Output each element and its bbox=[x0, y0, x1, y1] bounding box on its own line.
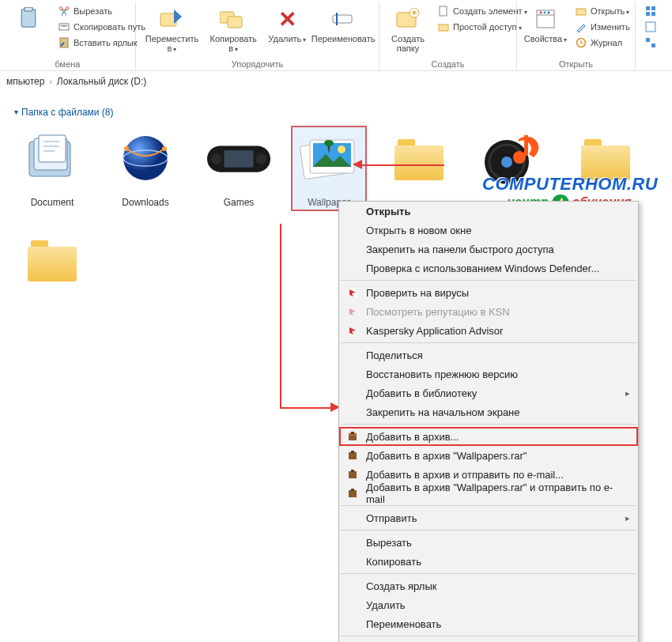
ctx-open[interactable]: Открыть bbox=[339, 202, 638, 221]
edit-button[interactable]: Изменить bbox=[572, 20, 632, 34]
new-item-label: Создать элемент bbox=[453, 6, 527, 16]
folder-icon bbox=[572, 129, 639, 191]
svg-rect-47 bbox=[524, 135, 528, 156]
ctx-open-new-window[interactable]: Открыть в новом окне bbox=[339, 221, 638, 240]
new-item-button[interactable]: Создать элемент bbox=[435, 4, 530, 18]
svg-rect-1 bbox=[25, 7, 32, 11]
svg-point-37 bbox=[255, 153, 266, 164]
globe-icon bbox=[112, 129, 179, 191]
file-item-document[interactable]: Document bbox=[14, 129, 90, 208]
ribbon-group-organize: Переместить в Копировать в ✕ Удалить Пер… bbox=[136, 2, 379, 70]
svg-rect-25 bbox=[646, 38, 650, 42]
svg-rect-35 bbox=[224, 150, 253, 167]
svg-rect-50 bbox=[351, 432, 354, 434]
ctx-kaspersky-advisor[interactable]: Kaspersky Application Advisor bbox=[339, 321, 638, 340]
ribbon: ✂️ Вырезать Скопировать путь Вставить яр… bbox=[0, 0, 672, 71]
ctx-rar-named-email[interactable]: Добавить в архив "Wallpapers.rar" и отпр… bbox=[339, 484, 638, 503]
svg-rect-24 bbox=[646, 22, 655, 32]
open-icon bbox=[575, 5, 587, 17]
ctx-send-to[interactable]: Отправить▸ bbox=[339, 508, 638, 527]
pin-button[interactable] bbox=[6, 4, 51, 36]
music-disc-icon bbox=[479, 129, 546, 191]
group-title: Папка с файлами (8) bbox=[21, 107, 114, 118]
ctx-restore-version[interactable]: Восстановить прежнюю версию bbox=[339, 364, 638, 383]
file-item-folder[interactable] bbox=[14, 230, 90, 298]
ctx-kaspersky-scan[interactable]: Проверить на вирусы bbox=[339, 283, 638, 302]
copy-path-button[interactable]: Скопировать путь bbox=[55, 20, 148, 34]
file-label: Games bbox=[224, 197, 255, 208]
breadcrumb-segment[interactable]: мпьютер bbox=[6, 76, 44, 87]
breadcrumb[interactable]: мпьютер › Локальный диск (D:) bbox=[0, 71, 672, 92]
file-item-downloads[interactable]: Downloads bbox=[108, 129, 183, 208]
open-label: Открыть bbox=[591, 6, 629, 16]
svg-rect-54 bbox=[351, 470, 354, 472]
scissors-icon: ✂️ bbox=[58, 5, 70, 17]
select-all-icon bbox=[644, 5, 657, 17]
rename-label: Переименовать bbox=[311, 34, 376, 43]
move-to-button[interactable]: Переместить в bbox=[142, 4, 202, 56]
edit-icon bbox=[575, 21, 587, 33]
select-all-button[interactable] bbox=[642, 4, 659, 18]
open-button[interactable]: Открыть bbox=[572, 4, 632, 18]
annotation-arrow bbox=[280, 224, 281, 407]
annotation-arrow bbox=[280, 407, 332, 409]
rename-button[interactable]: Переименовать bbox=[314, 4, 372, 45]
move-to-label: Переместить в bbox=[145, 34, 198, 55]
ctx-rename[interactable]: Переименовать bbox=[339, 614, 638, 633]
svg-rect-26 bbox=[651, 43, 655, 47]
pin-icon bbox=[15, 6, 42, 32]
svg-rect-55 bbox=[349, 490, 357, 497]
ctx-pin-quick-access[interactable]: Закрепить на панели быстрого доступа bbox=[339, 240, 638, 259]
ctx-add-library[interactable]: Добавить в библиотеку▸ bbox=[339, 383, 638, 402]
svg-point-33 bbox=[162, 146, 167, 151]
new-folder-label: Создать папку bbox=[389, 34, 427, 53]
svg-point-16 bbox=[544, 12, 546, 14]
easy-access-button[interactable]: Простой доступ bbox=[435, 20, 530, 34]
file-item-music[interactable] bbox=[474, 129, 550, 208]
svg-rect-18 bbox=[576, 9, 586, 15]
svg-rect-20 bbox=[646, 6, 650, 10]
delete-label: Удалить bbox=[268, 34, 306, 45]
svg-point-30 bbox=[123, 136, 168, 180]
annotation-arrow bbox=[362, 164, 444, 166]
history-label: Журнал bbox=[591, 38, 622, 47]
paste-shortcut-button[interactable]: Вставить ярлык bbox=[55, 36, 148, 50]
svg-point-15 bbox=[540, 12, 542, 14]
ctx-delete[interactable]: Удалить bbox=[339, 595, 638, 614]
ctx-copy[interactable]: Копировать bbox=[339, 552, 638, 571]
file-item-games[interactable]: Games bbox=[201, 129, 277, 208]
ctx-kaspersky-ksn[interactable]: Посмотреть репутацию в KSN bbox=[339, 302, 638, 321]
copy-to-label: Копировать в bbox=[210, 34, 257, 55]
ctx-rar-add-archive[interactable]: Добавить в архив... bbox=[339, 427, 638, 446]
edit-label: Изменить bbox=[591, 22, 630, 32]
file-item-folder[interactable] bbox=[381, 129, 457, 208]
ctx-rar-add-named[interactable]: Добавить в архив "Wallpapers.rar" bbox=[339, 446, 638, 465]
group-header[interactable]: ▾ Папка с файлами (8) bbox=[14, 107, 114, 118]
rename-icon bbox=[330, 6, 357, 32]
ctx-properties[interactable]: Свойства bbox=[339, 639, 638, 642]
ctx-create-shortcut[interactable]: Создать ярлык bbox=[339, 576, 638, 595]
ribbon-group-select bbox=[636, 2, 670, 70]
breadcrumb-segment[interactable]: Локальный диск (D:) bbox=[57, 76, 147, 87]
select-none-icon bbox=[644, 21, 657, 33]
properties-button[interactable]: Свойства bbox=[523, 4, 568, 47]
file-item-folder[interactable] bbox=[568, 129, 644, 208]
delete-button[interactable]: ✕ Удалить bbox=[265, 4, 309, 47]
svg-rect-22 bbox=[646, 12, 650, 16]
ctx-share[interactable]: Поделиться bbox=[339, 346, 638, 364]
select-none-button[interactable] bbox=[642, 20, 659, 34]
copy-to-button[interactable]: Копировать в bbox=[206, 4, 260, 56]
history-button[interactable]: Журнал bbox=[572, 36, 632, 50]
ctx-pin-start[interactable]: Закрепить на начальном экране bbox=[339, 402, 638, 421]
ctx-cut[interactable]: Вырезать bbox=[339, 533, 638, 552]
invert-selection-button[interactable] bbox=[642, 36, 659, 50]
ribbon-group-open: Свойства Открыть Изменить bbox=[517, 2, 636, 70]
ctx-windows-defender[interactable]: Проверка с использованием Windows Defend… bbox=[339, 259, 638, 278]
new-folder-button[interactable]: Создать папку bbox=[386, 4, 430, 55]
svg-rect-56 bbox=[351, 489, 354, 491]
winrar-icon bbox=[344, 488, 361, 499]
svg-rect-12 bbox=[440, 6, 447, 16]
winrar-icon bbox=[344, 469, 361, 480]
clipboard-group-label: бмена bbox=[0, 59, 135, 69]
cut-button[interactable]: ✂️ Вырезать bbox=[55, 4, 148, 18]
